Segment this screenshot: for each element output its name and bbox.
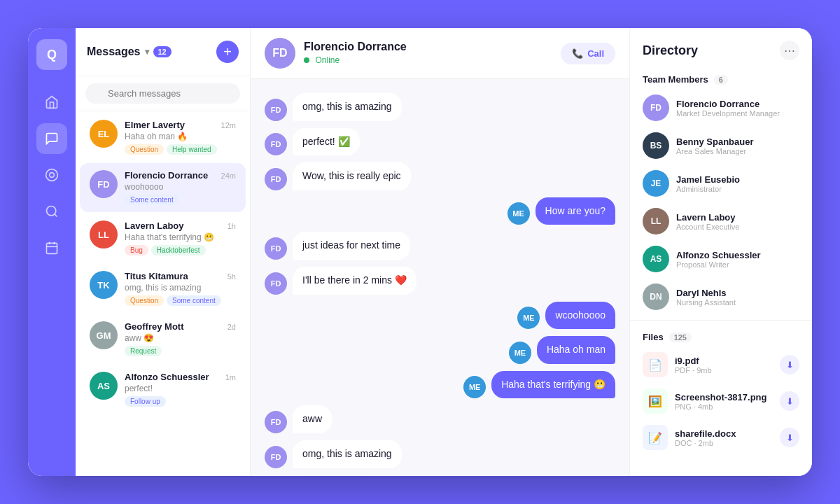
- online-indicator: [304, 57, 309, 63]
- conv-avatar: TK: [90, 271, 118, 299]
- files-section-title: Files: [643, 332, 664, 342]
- file-list: 📄 i9.pdf PDF · 9mb ⬇ 🖼️ Screenshot-3817.…: [630, 346, 812, 456]
- nav-messages[interactable]: [36, 123, 67, 154]
- chat-panel: FD Florencio Dorrance Online 📞 Call FD o…: [251, 28, 630, 476]
- svg-rect-4: [47, 243, 57, 253]
- call-button[interactable]: 📞 Call: [561, 43, 615, 64]
- svg-point-1: [50, 173, 55, 178]
- conv-body: Geoffrey Mott 2d aww 😍 Request: [125, 321, 236, 356]
- member-item[interactable]: JE Jamel Eusebio Administrator: [630, 164, 812, 202]
- conv-tags: Request: [125, 346, 236, 356]
- chat-avatar: FD: [265, 38, 295, 69]
- file-name: sharefile.docx: [675, 428, 773, 439]
- member-item[interactable]: DN Daryl Nehls Nursing Assistant: [630, 278, 812, 316]
- conv-avatar: EL: [90, 120, 118, 148]
- message-row: FD I'll be there in 2 mins ❤️: [265, 267, 615, 295]
- tag-bug: Bug: [125, 245, 148, 255]
- conversation-list: EL Elmer Laverty 12m Haha oh man 🔥 Quest…: [76, 111, 250, 476]
- tag-content: Some content: [167, 295, 221, 306]
- member-item[interactable]: BS Benny Spanbauer Area Sales Manager: [630, 127, 812, 164]
- conv-body: Florencio Dorrance 24m woohoooo Some con…: [125, 170, 236, 205]
- message-bubble-received: perfect! ✅: [293, 128, 360, 156]
- call-label: Call: [587, 48, 604, 59]
- conv-time: 2d: [227, 323, 236, 331]
- member-avatar: BS: [643, 132, 669, 159]
- member-item[interactable]: LL Lavern Laboy Account Executive: [630, 202, 812, 240]
- member-role: Proposal Writer: [676, 260, 799, 269]
- message-bubble-received: omg, this is amazing: [293, 440, 402, 468]
- download-button[interactable]: ⬇: [780, 355, 799, 374]
- conv-top: Elmer Laverty 12m: [125, 120, 236, 130]
- member-name: Lavern Laboy: [676, 212, 799, 223]
- conversation-item[interactable]: LL Lavern Laboy 1h Haha that's terrifyin…: [80, 214, 246, 262]
- chat-header: FD Florencio Dorrance Online 📞 Call: [251, 28, 629, 79]
- messages-title: Messages ▾ 12: [87, 46, 172, 58]
- message-avatar: FD: [265, 99, 287, 121]
- conversation-item[interactable]: FD Florencio Dorrance 24m woohoooo Some …: [80, 163, 246, 212]
- message-bubble-sent: Haha oh man: [537, 336, 615, 364]
- member-item[interactable]: AS Alfonzo Schuessler Proposal Writer: [630, 240, 812, 278]
- nav-home[interactable]: [36, 87, 67, 118]
- nav-calendar[interactable]: [36, 232, 67, 263]
- file-icon-pdf: 📄: [643, 352, 668, 377]
- svg-line-3: [55, 214, 57, 217]
- message-bubble-received: just ideas for next time: [293, 232, 410, 260]
- message-row: FD omg, this is amazing: [265, 93, 615, 121]
- search-input[interactable]: [85, 83, 240, 104]
- messages-panel: Messages ▾ 12 + 🔍 EL Elmer Laverty 12m H…: [76, 28, 251, 476]
- member-info: Lavern Laboy Account Executive: [676, 212, 799, 231]
- message-row: wcoohoooo ME: [265, 302, 615, 330]
- member-avatar: FD: [643, 94, 669, 121]
- conv-top: Lavern Laboy 1h: [125, 220, 236, 231]
- member-name: Alfonzo Schuessler: [676, 250, 799, 260]
- message-row: FD perfect! ✅: [265, 128, 615, 156]
- file-meta: PNG · 4mb: [675, 402, 773, 411]
- member-info: Alfonzo Schuessler Proposal Writer: [676, 250, 799, 269]
- conv-msg: Haha that's terrifying 😬: [125, 232, 236, 242]
- add-conversation-button[interactable]: +: [216, 41, 239, 63]
- file-item: 📄 i9.pdf PDF · 9mb ⬇: [630, 346, 812, 383]
- message-avatar: FD: [265, 168, 287, 190]
- file-icon-png: 🖼️: [643, 388, 668, 414]
- online-label: Online: [315, 55, 340, 65]
- tag-help: Help wanted: [167, 144, 217, 155]
- message-bubble-received: Wow, this is really epic: [293, 162, 411, 190]
- file-info: sharefile.docx DOC · 2mb: [675, 428, 773, 447]
- file-item: 📝 sharefile.docx DOC · 2mb ⬇: [630, 419, 812, 456]
- message-avatar: FD: [265, 237, 287, 260]
- member-item[interactable]: FD Florencio Dorrance Market Development…: [630, 89, 812, 127]
- conversation-item[interactable]: EL Elmer Laverty 12m Haha oh man 🔥 Quest…: [80, 113, 246, 162]
- member-name: Florencio Dorrance: [676, 99, 799, 109]
- conversation-item[interactable]: AS Alfonzo Schuessler 1m perfect! Follow…: [80, 365, 246, 414]
- conv-tags: QuestionHelp wanted: [125, 144, 236, 155]
- conv-time: 12m: [221, 121, 236, 130]
- member-role: Nursing Assistant: [676, 298, 799, 307]
- download-button[interactable]: ⬇: [780, 391, 799, 411]
- message-row: FD just ideas for next time: [265, 232, 615, 260]
- member-info: Florencio Dorrance Market Development Ma…: [676, 99, 799, 118]
- conversation-item[interactable]: TK Titus Kitamura 5h omg, this is amazin…: [80, 264, 246, 313]
- tag-question: Question: [125, 295, 164, 306]
- phone-icon: 📞: [572, 48, 583, 59]
- directory-title: Directory: [643, 43, 698, 58]
- conv-name: Titus Kitamura: [125, 271, 188, 281]
- directory-header: Directory ⋯: [630, 28, 812, 67]
- messages-header: Messages ▾ 12 +: [76, 28, 250, 76]
- download-button[interactable]: ⬇: [780, 428, 799, 447]
- nav-search[interactable]: [36, 196, 67, 227]
- member-role: Area Sales Manager: [676, 147, 799, 155]
- nav-calls[interactable]: [36, 160, 67, 190]
- member-avatar: AS: [643, 246, 669, 272]
- divider: [630, 320, 812, 321]
- member-name: Daryl Nehls: [676, 288, 799, 298]
- conversation-item[interactable]: GM Geoffrey Mott 2d aww 😍 Request: [80, 314, 246, 363]
- file-info: i9.pdf PDF · 9mb: [675, 356, 773, 374]
- directory-more-button[interactable]: ⋯: [780, 41, 799, 60]
- conv-top: Geoffrey Mott 2d: [125, 321, 236, 332]
- member-role: Market Development Manager: [676, 109, 799, 118]
- tag-request: Request: [125, 346, 162, 356]
- conv-time: 1h: [227, 222, 236, 230]
- member-list: FD Florencio Dorrance Market Development…: [630, 89, 812, 316]
- app-logo: Q: [36, 39, 67, 70]
- member-name: Jamel Eusebio: [676, 174, 799, 185]
